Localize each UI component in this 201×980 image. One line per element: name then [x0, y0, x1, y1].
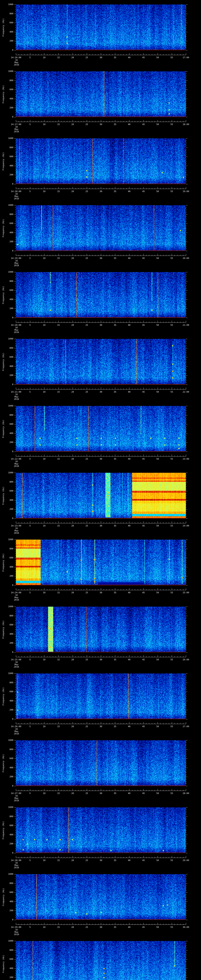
x-tick-label: 5	[26, 56, 34, 59]
x-tick-label: 45	[140, 56, 147, 59]
x-start-date-line: 2016	[9, 331, 24, 334]
x-start-date-line: 2016	[9, 197, 24, 200]
y-axis-title: Frequency (Hz)	[2, 205, 4, 251]
x-tick-label: 55	[168, 324, 175, 326]
x-end-time-label: 18:00	[180, 123, 192, 126]
x-tick-label: 35	[111, 926, 119, 929]
y-tick-label: 400	[5, 633, 13, 635]
x-tick-label: 10	[40, 257, 48, 259]
spectrogram-panel-8: Frequency (Hz)0200400600800100014:23:001…	[0, 468, 201, 535]
y-tick-label: 600	[5, 88, 13, 91]
y-tick-label: 400	[5, 298, 13, 301]
y-tick-label: 0	[5, 584, 13, 586]
y-tick-label: 800	[5, 280, 13, 282]
x-end-time-label: 24:00	[180, 525, 192, 527]
x-tick-label: 40	[125, 859, 133, 862]
y-tick-label: 600	[5, 490, 13, 492]
y-tick-label: 600	[5, 557, 13, 559]
spectrogram-panel-15: Frequency (Hz)0200400600800100014:30:001…	[0, 937, 201, 980]
x-tick-label: 20	[69, 123, 77, 126]
x-tick-label: 35	[111, 592, 119, 594]
y-tick-label: 400	[5, 365, 13, 368]
x-tick-label: 35	[111, 725, 119, 728]
y-tick-label: 200	[5, 441, 13, 444]
x-start-date-line: 2016	[9, 666, 24, 668]
x-start-date-line: 2016	[9, 933, 24, 936]
x-start-date-line: 2016	[9, 800, 24, 802]
x-tick-label: 30	[97, 926, 105, 929]
y-tick-label: 800	[5, 347, 13, 349]
y-tick-label: 1000	[5, 271, 13, 273]
y-axis-title: Frequency (Hz)	[2, 807, 4, 853]
y-tick-label: 0	[5, 718, 13, 720]
x-tick-label: 5	[26, 525, 34, 527]
x-tick-label: 30	[97, 859, 105, 862]
x-start-time-label: 14:27:00	[8, 792, 25, 795]
y-tick-label: 200	[5, 40, 13, 42]
y-tick-label: 800	[5, 748, 13, 751]
x-tick-label: 20	[69, 324, 77, 326]
y-tick-label: 800	[5, 681, 13, 684]
y-tick-label: 400	[5, 700, 13, 702]
x-tick-label: 10	[40, 391, 48, 393]
y-tick-label: 600	[5, 423, 13, 425]
x-tick-label: 50	[154, 592, 161, 594]
x-tick-label: 50	[154, 792, 161, 795]
x-tick-label: 25	[83, 525, 91, 527]
x-tick-label: 20	[69, 659, 77, 661]
x-tick-label: 40	[125, 123, 133, 126]
x-tick-label: 20	[69, 56, 77, 59]
x-tick-label: 20	[69, 725, 77, 728]
y-tick-label: 200	[5, 307, 13, 310]
y-tick-label: 600	[5, 757, 13, 760]
x-tick-label: 30	[97, 725, 105, 728]
y-tick-label: 600	[5, 824, 13, 827]
y-axis-title: Frequency (Hz)	[2, 406, 4, 452]
x-tick-label: 15	[54, 859, 62, 862]
y-tick-label: 200	[5, 843, 13, 845]
y-tick-label: 600	[5, 222, 13, 224]
y-tick-label: 400	[5, 967, 13, 970]
x-tick-label: 40	[125, 792, 133, 795]
x-tick-label: 10	[40, 123, 48, 126]
x-tick-label: 5	[26, 391, 34, 393]
x-tick-label: 40	[125, 458, 133, 460]
y-axis-title: Frequency (Hz)	[2, 874, 4, 920]
y-axis-title: Frequency (Hz)	[2, 607, 4, 652]
x-tick-label: 40	[125, 659, 133, 661]
y-tick-label: 400	[5, 900, 13, 903]
x-start-date-line: 2016	[9, 398, 24, 401]
x-tick-label: 45	[140, 792, 147, 795]
spectrogram-panel-9: Frequency (Hz)0200400600800100014:24:001…	[0, 535, 201, 602]
y-tick-label: 0	[5, 250, 13, 252]
x-tick-label: 15	[54, 324, 62, 326]
x-tick-label: 30	[97, 391, 105, 393]
x-tick-label: 40	[125, 592, 133, 594]
x-tick-label: 35	[111, 792, 119, 795]
spectrogram-panel-10: Frequency (Hz)0200400600800100014:25:001…	[0, 602, 201, 669]
y-tick-label: 200	[5, 374, 13, 377]
x-tick-label: 55	[168, 926, 175, 929]
x-end-time-label: 17:00	[180, 56, 192, 59]
x-end-time-label: 19:00	[180, 190, 192, 192]
x-tick-label: 15	[54, 190, 62, 192]
x-start-date-line: 2016	[9, 532, 24, 534]
x-tick-label: 10	[40, 725, 48, 728]
x-tick-label: 35	[111, 324, 119, 326]
y-tick-label: 1000	[5, 806, 13, 808]
x-end-time-label: 27:00	[180, 725, 192, 728]
x-end-time-label: 25:00	[180, 592, 192, 594]
x-tick-label: 30	[97, 324, 105, 326]
x-tick-label: 15	[54, 123, 62, 126]
x-tick-label: 30	[97, 792, 105, 795]
y-axis-title: Frequency (Hz)	[2, 272, 4, 318]
y-tick-label: 1000	[5, 739, 13, 741]
y-tick-label: 800	[5, 547, 13, 550]
x-tick-label: 25	[83, 659, 91, 661]
x-start-time-label: 14:28:00	[8, 859, 25, 862]
y-tick-label: 800	[5, 481, 13, 483]
y-tick-label: 200	[5, 575, 13, 577]
x-tick-label: 35	[111, 859, 119, 862]
x-tick-label: 50	[154, 525, 161, 527]
x-start-date-line: 2016	[9, 867, 24, 869]
